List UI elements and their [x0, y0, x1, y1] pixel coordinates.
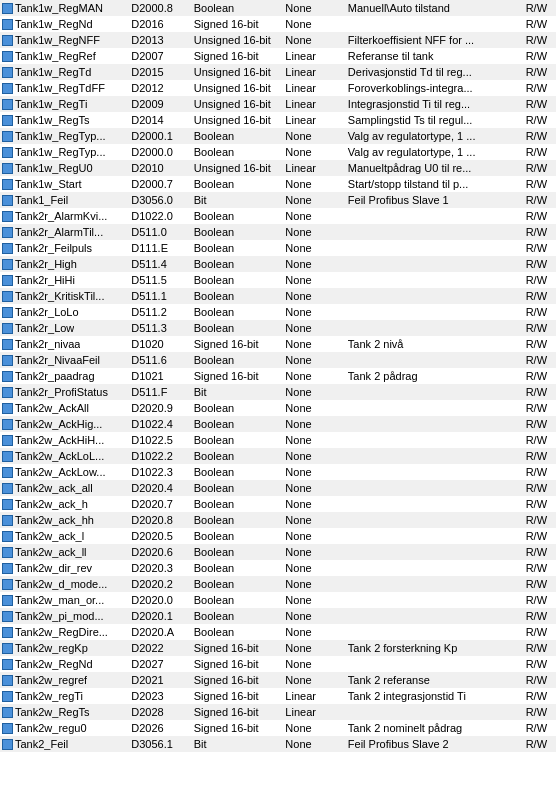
table-row[interactable]: Tank1w_RegTyp...D2000.0BooleanNoneValg a… [0, 144, 556, 160]
variable-name: Tank2w_AckLow... [15, 465, 106, 479]
table-row[interactable]: Tank1w_RegTyp...D2000.1BooleanNoneValg a… [0, 128, 556, 144]
cell-name: Tank1w_RegTs [0, 112, 129, 128]
table-row[interactable]: Tank1w_RegTdFFD2012Unsigned 16-bitLinear… [0, 80, 556, 96]
table-row[interactable]: Tank2r_nivaaD1020Signed 16-bitNoneTank 2… [0, 336, 556, 352]
table-row[interactable]: Tank2r_paadragD1021Signed 16-bitNoneTank… [0, 368, 556, 384]
variable-name: Tank2r_AlarmTil... [15, 225, 103, 239]
table-row[interactable]: Tank2w_d_mode...D2020.2BooleanNoneR/W [0, 576, 556, 592]
row-icon [2, 99, 13, 110]
row-icon [2, 243, 13, 254]
cell-interpolation: None [283, 720, 345, 736]
variable-name: Tank1w_RegMAN [15, 1, 103, 15]
cell-description [346, 304, 524, 320]
table-row[interactable]: Tank2w_AckHig...D1022.4BooleanNoneR/W [0, 416, 556, 432]
table-row[interactable]: Tank1w_RegNFFD2013Unsigned 16-bitNoneFil… [0, 32, 556, 48]
cell-name: Tank2w_ack_ll [0, 544, 129, 560]
table-row[interactable]: Tank2r_LoLoD511.2BooleanNoneR/W [0, 304, 556, 320]
variable-name: Tank2w_ack_ll [15, 545, 87, 559]
variable-name: Tank1w_RegTi [15, 97, 87, 111]
table-row[interactable]: Tank2w_RegNdD2027Signed 16-bitNoneR/W [0, 656, 556, 672]
cell-interpolation: None [283, 224, 345, 240]
cell-type: Unsigned 16-bit [192, 112, 284, 128]
table-row[interactable]: Tank2w_ack_hhD2020.8BooleanNoneR/W [0, 512, 556, 528]
cell-address: D2020.8 [129, 512, 191, 528]
table-row[interactable]: Tank1w_StartD2000.7BooleanNoneStart/stop… [0, 176, 556, 192]
row-icon [2, 387, 13, 398]
cell-type: Bit [192, 384, 284, 400]
table-row[interactable]: Tank2w_regrefD2021Signed 16-bitNoneTank … [0, 672, 556, 688]
cell-name: Tank2r_High [0, 256, 129, 272]
table-row[interactable]: Tank2w_pi_mod...D2020.1BooleanNoneR/W [0, 608, 556, 624]
cell-description: Feil Profibus Slave 2 [346, 736, 524, 752]
table-row[interactable]: Tank2w_AckAllD2020.9BooleanNoneR/W [0, 400, 556, 416]
cell-name: Tank1w_RegTi [0, 96, 129, 112]
cell-description [346, 432, 524, 448]
cell-address: D2022 [129, 640, 191, 656]
cell-name: Tank2r_Feilpuls [0, 240, 129, 256]
table-row[interactable]: Tank2w_man_or...D2020.0BooleanNoneR/W [0, 592, 556, 608]
cell-type: Boolean [192, 560, 284, 576]
cell-address: D2000.1 [129, 128, 191, 144]
cell-name: Tank2r_HiHi [0, 272, 129, 288]
table-row[interactable]: Tank2_FeilD3056.1BitNoneFeil Profibus Sl… [0, 736, 556, 752]
cell-type: Unsigned 16-bit [192, 96, 284, 112]
table-row[interactable]: Tank2r_HighD511.4BooleanNoneR/W [0, 256, 556, 272]
cell-description: Valg av regulatortype, 1 ... [346, 144, 524, 160]
table-row[interactable]: Tank2r_LowD511.3BooleanNoneR/W [0, 320, 556, 336]
cell-access: R/W [524, 656, 556, 672]
cell-address: D2023 [129, 688, 191, 704]
cell-description [346, 384, 524, 400]
table-row[interactable]: Tank2r_NivaaFeilD511.6BooleanNoneR/W [0, 352, 556, 368]
variable-name: Tank2w_AckLoL... [15, 449, 104, 463]
table-row[interactable]: Tank2r_ProfiStatusD511.FBitNoneR/W [0, 384, 556, 400]
table-row[interactable]: Tank1_FeilD3056.0BitNoneFeil Profibus Sl… [0, 192, 556, 208]
table-row[interactable]: Tank2w_regKpD2022Signed 16-bitNoneTank 2… [0, 640, 556, 656]
cell-description [346, 448, 524, 464]
cell-access: R/W [524, 720, 556, 736]
table-row[interactable]: Tank2w_ack_hD2020.7BooleanNoneR/W [0, 496, 556, 512]
table-row[interactable]: Tank2w_AckHiH...D1022.5BooleanNoneR/W [0, 432, 556, 448]
cell-type: Boolean [192, 512, 284, 528]
table-row[interactable]: Tank2w_AckLow...D1022.3BooleanNoneR/W [0, 464, 556, 480]
table-row[interactable]: Tank2w_RegTsD2028Signed 16-bitLinearR/W [0, 704, 556, 720]
row-icon [2, 675, 13, 686]
table-row[interactable]: Tank2w_AckLoL...D1022.2BooleanNoneR/W [0, 448, 556, 464]
variable-name: Tank2w_regref [15, 673, 87, 687]
cell-description [346, 592, 524, 608]
cell-address: D2016 [129, 16, 191, 32]
table-row[interactable]: Tank2r_HiHiD511.5BooleanNoneR/W [0, 272, 556, 288]
table-row[interactable]: Tank1w_RegU0D2010Unsigned 16-bitLinearMa… [0, 160, 556, 176]
table-row[interactable]: Tank2r_KritiskTil...D511.1BooleanNoneR/W [0, 288, 556, 304]
cell-type: Boolean [192, 144, 284, 160]
table-row[interactable]: Tank1w_RegTiD2009Unsigned 16-bitLinearIn… [0, 96, 556, 112]
table-row[interactable]: Tank1w_RegRefD2007Signed 16-bitLinearRef… [0, 48, 556, 64]
cell-access: R/W [524, 432, 556, 448]
table-row[interactable]: Tank2w_ack_lD2020.5BooleanNoneR/W [0, 528, 556, 544]
table-row[interactable]: Tank2r_FeilpulsD111.EBooleanNoneR/W [0, 240, 556, 256]
table-row[interactable]: Tank2w_ack_llD2020.6BooleanNoneR/W [0, 544, 556, 560]
cell-description [346, 480, 524, 496]
table-row[interactable]: Tank1w_RegTdD2015Unsigned 16-bitLinearDe… [0, 64, 556, 80]
variable-name: Tank2w_man_or... [15, 593, 104, 607]
cell-interpolation: None [283, 672, 345, 688]
table-row[interactable]: Tank1w_RegMAND2000.8BooleanNoneManuell\A… [0, 0, 556, 16]
cell-description [346, 416, 524, 432]
cell-interpolation: Linear [283, 48, 345, 64]
cell-description [346, 320, 524, 336]
table-row[interactable]: Tank2w_ack_allD2020.4BooleanNoneR/W [0, 480, 556, 496]
table-row[interactable]: Tank1w_RegNdD2016Signed 16-bitNoneR/W [0, 16, 556, 32]
table-row[interactable]: Tank2r_AlarmKvi...D1022.0BooleanNoneR/W [0, 208, 556, 224]
row-icon [2, 51, 13, 62]
variable-name: Tank1w_RegRef [15, 49, 96, 63]
row-icon [2, 451, 13, 462]
table-row[interactable]: Tank2w_RegDire...D2020.ABooleanNoneR/W [0, 624, 556, 640]
table-row[interactable]: Tank2w_regTiD2023Signed 16-bitLinearTank… [0, 688, 556, 704]
table-row[interactable]: Tank2r_AlarmTil...D511.0BooleanNoneR/W [0, 224, 556, 240]
variable-name: Tank2r_nivaa [15, 337, 80, 351]
table-row[interactable]: Tank2w_dir_revD2020.3BooleanNoneR/W [0, 560, 556, 576]
row-icon [2, 179, 13, 190]
table-row[interactable]: Tank2w_regu0D2026Signed 16-bitNoneTank 2… [0, 720, 556, 736]
table-row[interactable]: Tank1w_RegTsD2014Unsigned 16-bitLinearSa… [0, 112, 556, 128]
cell-type: Boolean [192, 240, 284, 256]
cell-description: Manueltpådrag U0 til re... [346, 160, 524, 176]
